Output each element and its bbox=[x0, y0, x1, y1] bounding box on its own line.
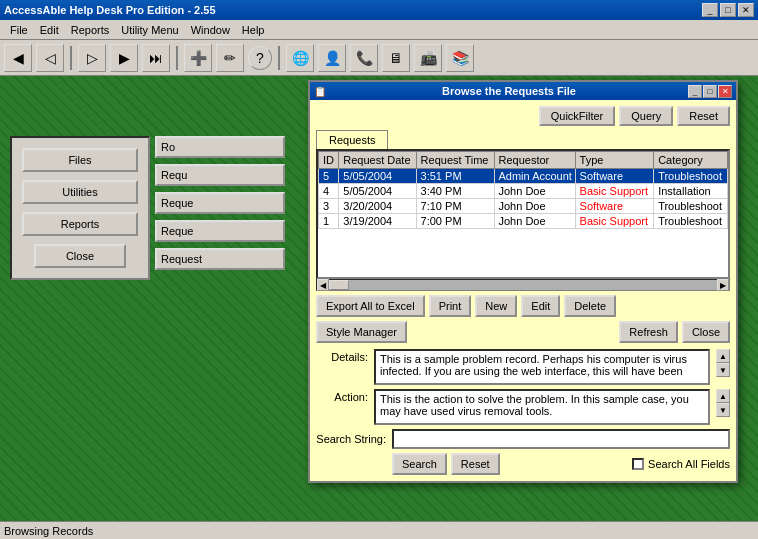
utilities-button[interactable]: Utilities bbox=[22, 180, 138, 204]
close-button[interactable]: ✕ bbox=[738, 3, 754, 17]
browse-title-bar: 📋 Browse the Requests File _ □ ✕ bbox=[310, 82, 736, 100]
table-row[interactable]: 13/19/20047:00 PMJohn DoeBasic SupportTr… bbox=[319, 214, 728, 229]
cell-time: 3:40 PM bbox=[416, 184, 494, 199]
scroll-track[interactable] bbox=[329, 280, 717, 290]
scroll-left-btn[interactable]: ◀ bbox=[317, 279, 329, 291]
new-button[interactable]: New bbox=[475, 295, 517, 317]
cell-date: 3/19/2004 bbox=[339, 214, 416, 229]
end-button[interactable]: ⏭ bbox=[142, 44, 170, 72]
user-button[interactable]: 👤 bbox=[318, 44, 346, 72]
minimize-button[interactable]: _ bbox=[702, 3, 718, 17]
action-label: Action: bbox=[316, 389, 368, 403]
cell-time: 3:51 PM bbox=[416, 169, 494, 184]
book-button[interactable]: 📚 bbox=[446, 44, 474, 72]
search-input[interactable] bbox=[392, 429, 730, 449]
reports-button[interactable]: Reports bbox=[22, 212, 138, 236]
action-text: This is the action to solve the problem.… bbox=[374, 389, 710, 425]
fax-button[interactable]: 📠 bbox=[414, 44, 442, 72]
menu-file[interactable]: File bbox=[4, 22, 34, 38]
toolbar-sep3 bbox=[278, 46, 280, 70]
scroll-thumb[interactable] bbox=[329, 280, 349, 290]
details-label: Details: bbox=[316, 349, 368, 363]
quickfilter-button[interactable]: QuickFilter bbox=[539, 106, 616, 126]
style-manager-button[interactable]: Style Manager bbox=[316, 321, 407, 343]
toolbar: ◀ ◁ ▷ ▶ ⏭ ➕ ✏ ? 🌐 👤 📞 🖥 📠 📚 bbox=[0, 40, 758, 76]
browse-title-buttons: _ □ ✕ bbox=[688, 85, 732, 98]
right-label-btn-0[interactable]: Ro bbox=[155, 136, 285, 158]
cell-type: Basic Support bbox=[575, 214, 654, 229]
phone-button[interactable]: 📞 bbox=[350, 44, 378, 72]
details-scroll-down[interactable]: ▼ bbox=[716, 363, 730, 377]
left-panel-close-button[interactable]: Close bbox=[34, 244, 127, 268]
cell-type: Software bbox=[575, 169, 654, 184]
menu-reports[interactable]: Reports bbox=[65, 22, 116, 38]
right-label-btn-3[interactable]: Reque bbox=[155, 220, 285, 242]
edit-button[interactable]: ✏ bbox=[216, 44, 244, 72]
search-all-fields-checkbox[interactable] bbox=[632, 458, 644, 470]
edit-record-button[interactable]: Edit bbox=[521, 295, 560, 317]
cell-id: 4 bbox=[319, 184, 339, 199]
delete-button[interactable]: Delete bbox=[564, 295, 616, 317]
close-dialog-button[interactable]: Close bbox=[682, 321, 730, 343]
monitor-button[interactable]: 🖥 bbox=[382, 44, 410, 72]
right-labels: Ro Requ Reque Reque Request bbox=[155, 136, 285, 276]
col-id: ID bbox=[319, 152, 339, 169]
table-row[interactable]: 33/20/20047:10 PMJohn DoeSoftwareTrouble… bbox=[319, 199, 728, 214]
cell-requestor: John Doe bbox=[494, 199, 575, 214]
status-bar: Browsing Records bbox=[0, 521, 758, 539]
filter-row: QuickFilter Query Reset bbox=[316, 106, 730, 126]
print-button[interactable]: Print bbox=[429, 295, 472, 317]
reset-search-button[interactable]: Reset bbox=[451, 453, 500, 475]
query-button[interactable]: Query bbox=[619, 106, 673, 126]
browse-close-btn[interactable]: ✕ bbox=[718, 85, 732, 98]
forward2-button[interactable]: ▶ bbox=[110, 44, 138, 72]
cell-date: 5/05/2004 bbox=[339, 169, 416, 184]
horizontal-scrollbar[interactable]: ◀ ▶ bbox=[316, 279, 730, 291]
back-button[interactable]: ◀ bbox=[4, 44, 32, 72]
table-row[interactable]: 45/05/20043:40 PMJohn DoeBasic SupportIn… bbox=[319, 184, 728, 199]
cell-date: 5/05/2004 bbox=[339, 184, 416, 199]
help-button[interactable]: ? bbox=[248, 46, 272, 70]
requests-tab[interactable]: Requests bbox=[316, 130, 388, 149]
search-string-label: Search String: bbox=[316, 433, 386, 445]
forward-button[interactable]: ▷ bbox=[78, 44, 106, 72]
toolbar-sep1 bbox=[70, 46, 72, 70]
refresh-button[interactable]: Refresh bbox=[619, 321, 678, 343]
search-buttons-row: Search Reset Search All Fields bbox=[392, 453, 730, 475]
right-label-btn-4[interactable]: Request bbox=[155, 248, 285, 270]
globe-button[interactable]: 🌐 bbox=[286, 44, 314, 72]
reset-filter-button[interactable]: Reset bbox=[677, 106, 730, 126]
action-scroll-down[interactable]: ▼ bbox=[716, 403, 730, 417]
requests-table-container[interactable]: ID Request Date Request Time Requestor T… bbox=[316, 149, 730, 279]
cell-id: 5 bbox=[319, 169, 339, 184]
details-text: This is a sample problem record. Perhaps… bbox=[374, 349, 710, 385]
add-button[interactable]: ➕ bbox=[184, 44, 212, 72]
right-label-btn-2[interactable]: Reque bbox=[155, 192, 285, 214]
details-scroll-up[interactable]: ▲ bbox=[716, 349, 730, 363]
search-button[interactable]: Search bbox=[392, 453, 447, 475]
back2-button[interactable]: ◁ bbox=[36, 44, 64, 72]
menu-window[interactable]: Window bbox=[185, 22, 236, 38]
right-label-btn-1[interactable]: Requ bbox=[155, 164, 285, 186]
browse-title: Browse the Requests File bbox=[442, 85, 576, 97]
cell-category: Troubleshoot bbox=[654, 199, 728, 214]
action-scroll-up[interactable]: ▲ bbox=[716, 389, 730, 403]
col-requestor: Requestor bbox=[494, 152, 575, 169]
table-row[interactable]: 55/05/20043:51 PMAdmin AccountSoftwareTr… bbox=[319, 169, 728, 184]
menu-help[interactable]: Help bbox=[236, 22, 271, 38]
browse-maximize-btn[interactable]: □ bbox=[703, 85, 717, 98]
menu-utility[interactable]: Utility Menu bbox=[115, 22, 184, 38]
menu-bar: File Edit Reports Utility Menu Window He… bbox=[0, 20, 758, 40]
scroll-right-btn[interactable]: ▶ bbox=[717, 279, 729, 291]
title-bar: AccessAble Help Desk Pro Edition - 2.55 … bbox=[0, 0, 758, 20]
title-bar-buttons: _ □ ✕ bbox=[702, 3, 754, 17]
left-panel: Files Utilities Reports Close bbox=[10, 136, 150, 280]
export-excel-button[interactable]: Export All to Excel bbox=[316, 295, 425, 317]
files-button[interactable]: Files bbox=[22, 148, 138, 172]
menu-edit[interactable]: Edit bbox=[34, 22, 65, 38]
cell-time: 7:00 PM bbox=[416, 214, 494, 229]
browse-minimize-btn[interactable]: _ bbox=[688, 85, 702, 98]
action-scrollbar: ▲ ▼ bbox=[716, 389, 730, 417]
maximize-button[interactable]: □ bbox=[720, 3, 736, 17]
col-category: Category bbox=[654, 152, 728, 169]
